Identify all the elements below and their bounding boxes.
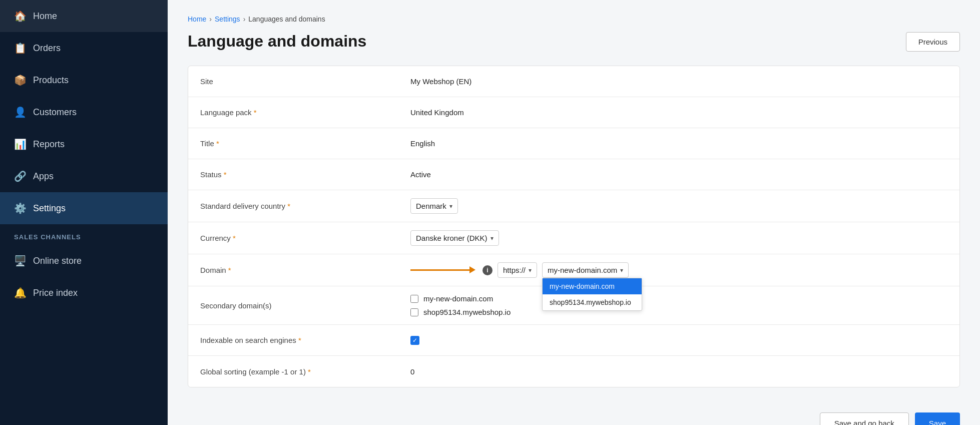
sales-channels-label: SALES CHANNELS [0, 224, 168, 245]
form-row-site: Site My Webshop (EN) [188, 66, 959, 97]
settings-icon: ⚙️ [14, 202, 26, 214]
save-and-go-back-button[interactable]: Save and go back [820, 412, 909, 425]
home-icon: 🏠 [14, 10, 26, 22]
secondary-domain-row-0: my-new-domain.com [410, 294, 511, 303]
products-icon: 📦 [14, 74, 26, 86]
sidebar-item-customers[interactable]: 👤 Customers [0, 96, 168, 128]
main-content: Home › Settings › Languages and domains … [168, 0, 980, 425]
orders-icon: 📋 [14, 42, 26, 54]
previous-button[interactable]: Previous [906, 32, 960, 52]
label-currency: Currency * [188, 226, 398, 250]
customers-icon: 👤 [14, 106, 26, 118]
label-title: Title * [188, 131, 398, 156]
chevron-down-icon: ▾ [449, 203, 452, 210]
value-status: Active [398, 162, 959, 187]
arrow-line [410, 269, 470, 271]
value-domain: i https:// ▾ my-new-domain.com ▾ my-new-… [398, 254, 959, 286]
form-row-delivery-country: Standard delivery country * Denmark ▾ [188, 190, 959, 222]
domain-dropdown: my-new-domain.com shop95134.mywebshop.io [542, 278, 642, 311]
secondary-domain-checkbox-1[interactable] [410, 308, 418, 316]
protocol-select[interactable]: https:// ▾ [498, 262, 537, 278]
sidebar-item-orders[interactable]: 📋 Orders [0, 32, 168, 64]
label-status: Status * [188, 162, 398, 187]
breadcrumb-sep-2: › [243, 15, 246, 23]
breadcrumb-home[interactable]: Home [188, 15, 206, 23]
sidebar-item-label: Price index [33, 288, 78, 298]
label-secondary-domains: Secondary domain(s) [188, 293, 398, 318]
form-row-status: Status * Active [188, 159, 959, 190]
price-index-icon: 🔔 [14, 287, 26, 299]
apps-icon: 🔗 [14, 170, 26, 182]
form-row-indexable: Indexable on search engines * ✓ [188, 325, 959, 356]
value-indexable: ✓ [398, 328, 959, 353]
domain-option-1[interactable]: shop95134.mywebshop.io [543, 294, 642, 310]
domain-arrow [410, 269, 470, 271]
chevron-down-icon: ▾ [491, 235, 494, 242]
label-delivery-country: Standard delivery country * [188, 194, 398, 218]
form-card: Site My Webshop (EN) Language pack * Uni… [188, 66, 960, 387]
form-row-global-sorting: Global sorting (example -1 or 1) * 0 [188, 356, 959, 387]
breadcrumb: Home › Settings › Languages and domains [188, 15, 960, 23]
save-button[interactable]: Save [915, 412, 960, 425]
value-site: My Webshop (EN) [398, 69, 959, 94]
sidebar-item-label: Customers [33, 107, 77, 118]
sidebar-item-products[interactable]: 📦 Products [0, 64, 168, 96]
domain-dropdown-container: my-new-domain.com ▾ my-new-domain.com sh… [542, 262, 629, 278]
value-delivery-country: Denmark ▾ [398, 190, 959, 222]
indexable-checkbox[interactable]: ✓ [410, 336, 419, 345]
form-row-title: Title * English [188, 128, 959, 159]
sidebar-item-label: Home [33, 11, 57, 22]
secondary-domain-checkboxes: my-new-domain.com shop95134.mywebshop.io [410, 294, 511, 316]
value-language-pack: United Kingdom [398, 100, 959, 125]
page-title: Language and domains [188, 32, 366, 51]
sidebar: 🏠 Home 📋 Orders 📦 Products 👤 Customers 📊… [0, 0, 168, 425]
domain-select[interactable]: my-new-domain.com ▾ [542, 262, 629, 278]
label-site: Site [188, 69, 398, 94]
value-global-sorting: 0 [398, 359, 959, 384]
value-title: English [398, 131, 959, 156]
reports-icon: 📊 [14, 138, 26, 150]
breadcrumb-current: Languages and domains [248, 15, 325, 23]
chevron-down-icon: ▾ [620, 267, 623, 274]
label-domain: Domain * [188, 258, 398, 282]
breadcrumb-settings[interactable]: Settings [215, 15, 240, 23]
page-header: Language and domains Previous [188, 32, 960, 52]
sidebar-item-label: Reports [33, 139, 65, 150]
domain-option-0[interactable]: my-new-domain.com [543, 278, 642, 294]
secondary-domain-checkbox-0[interactable] [410, 295, 418, 303]
sidebar-item-label: Settings [33, 203, 66, 214]
secondary-domain-row-1: shop95134.mywebshop.io [410, 308, 511, 316]
chevron-down-icon: ▾ [529, 267, 532, 274]
info-icon[interactable]: i [482, 265, 493, 275]
sidebar-item-settings[interactable]: ⚙️ Settings [0, 192, 168, 224]
footer-buttons: Save and go back Save [188, 402, 960, 425]
sidebar-item-price-index[interactable]: 🔔 Price index [0, 277, 168, 309]
online-store-icon: 🖥️ [14, 255, 26, 267]
form-row-domain: Domain * i https:// ▾ my-new-domai [188, 254, 959, 286]
sidebar-item-label: Orders [33, 43, 61, 54]
sidebar-item-home[interactable]: 🏠 Home [0, 0, 168, 32]
sidebar-item-reports[interactable]: 📊 Reports [0, 128, 168, 160]
label-global-sorting: Global sorting (example -1 or 1) * [188, 359, 398, 384]
currency-select[interactable]: Danske kroner (DKK) ▾ [410, 230, 499, 246]
delivery-country-select[interactable]: Denmark ▾ [410, 198, 458, 214]
sidebar-item-label: Products [33, 75, 69, 86]
sidebar-item-online-store[interactable]: 🖥️ Online store [0, 245, 168, 277]
form-row-language-pack: Language pack * United Kingdom [188, 97, 959, 128]
value-currency: Danske kroner (DKK) ▾ [398, 222, 959, 254]
sidebar-item-label: Online store [33, 256, 82, 266]
sidebar-item-label: Apps [33, 171, 54, 182]
sidebar-item-apps[interactable]: 🔗 Apps [0, 160, 168, 192]
label-indexable: Indexable on search engines * [188, 328, 398, 352]
breadcrumb-sep-1: › [209, 15, 212, 23]
value-secondary-domains: my-new-domain.com shop95134.mywebshop.io [398, 286, 959, 324]
label-language-pack: Language pack * [188, 100, 398, 125]
form-row-currency: Currency * Danske kroner (DKK) ▾ [188, 222, 959, 254]
